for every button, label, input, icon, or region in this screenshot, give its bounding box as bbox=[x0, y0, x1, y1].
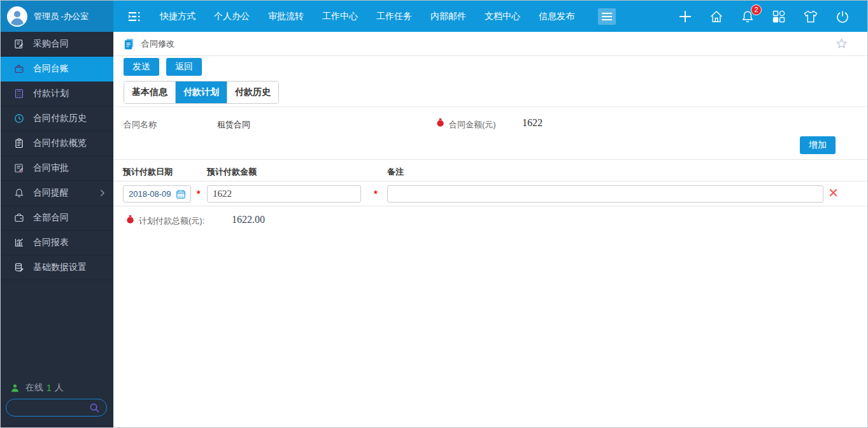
hamburger-icon bbox=[602, 13, 612, 20]
top-menu: 快捷方式 个人办公 审批流转 工作中心 工作任务 内部邮件 文档中心 信息发布 bbox=[160, 8, 616, 25]
column-header-remark: 备注 bbox=[387, 166, 404, 178]
tab-group: 基本信息 付款计划 付款历史 bbox=[124, 81, 279, 104]
payment-date-input[interactable] bbox=[129, 189, 173, 199]
more-menu-button[interactable] bbox=[598, 8, 616, 25]
sidebar-item-payment-history[interactable]: 合同付款历史 bbox=[1, 106, 113, 131]
payment-date-field bbox=[123, 185, 191, 203]
sidebar-search-input[interactable] bbox=[13, 403, 89, 413]
page-header: 合同修改 bbox=[113, 32, 867, 56]
sidebar-item-purchase-contract[interactable]: 采购合同 bbox=[1, 32, 113, 57]
top-menu-item-internal-mail[interactable]: 内部邮件 bbox=[430, 11, 466, 22]
topbar: 管理员 -办公室 快捷方式 个人办公 审批流转 工作中心 工作任务 bbox=[1, 1, 867, 32]
tabs-row: 基本信息 付款计划 付款历史 bbox=[113, 77, 867, 107]
chevron-right-icon bbox=[100, 189, 105, 197]
sidebar-item-label: 合同提醒 bbox=[33, 187, 69, 199]
money-bag-icon bbox=[125, 215, 135, 225]
contract-amount-label: 合同金额(元) bbox=[449, 119, 496, 131]
online-count: 1 bbox=[46, 383, 52, 393]
briefcase-icon bbox=[14, 213, 24, 223]
contract-amount-value: 1622 bbox=[522, 117, 543, 129]
required-asterisk: * bbox=[197, 189, 200, 199]
sidebar-collapse-icon[interactable] bbox=[126, 10, 143, 23]
sidebar-menu: 采购合同 合同台账 付款计划 合同付款历史 bbox=[1, 32, 113, 280]
total-label: 计划付款总额(元): bbox=[139, 215, 204, 227]
search-icon[interactable] bbox=[89, 403, 100, 413]
clipboard-icon bbox=[14, 138, 24, 148]
total-value: 1622.00 bbox=[232, 214, 265, 225]
contract-name-label: 合同名称 bbox=[124, 119, 157, 131]
tab-basic-info[interactable]: 基本信息 bbox=[124, 82, 176, 103]
sidebar-item-label: 全部合同 bbox=[33, 212, 69, 224]
theme-shirt-icon[interactable] bbox=[803, 10, 818, 24]
sidebar-item-label: 基础数据设置 bbox=[33, 262, 87, 273]
online-status: 在线 1 人 bbox=[10, 382, 64, 394]
payment-amount-input[interactable] bbox=[207, 185, 361, 203]
top-menu-item-info-publish[interactable]: 信息发布 bbox=[539, 11, 574, 22]
contract-summary: 合同名称 租赁合同 合同金额(元) 1622 增加 bbox=[113, 107, 867, 159]
notification-badge: 2 bbox=[751, 4, 762, 15]
contract-doc-icon bbox=[14, 39, 24, 49]
payment-remark-input[interactable] bbox=[387, 185, 823, 203]
calendar-icon[interactable] bbox=[176, 189, 186, 199]
plus-icon[interactable] bbox=[678, 10, 692, 24]
payment-table-header: 预计付款日期 预计付款金额 备注 bbox=[113, 159, 867, 182]
column-header-amount: 预计付款金额 bbox=[207, 166, 257, 178]
top-menu-item-personal-office[interactable]: 个人办公 bbox=[214, 11, 250, 22]
sidebar-item-all-contracts[interactable]: 全部合同 bbox=[1, 206, 113, 231]
top-menu-item-work-center[interactable]: 工作中心 bbox=[322, 11, 358, 22]
top-menu-item-shortcuts[interactable]: 快捷方式 bbox=[160, 11, 196, 22]
sidebar-item-label: 合同报表 bbox=[33, 237, 69, 248]
user-menu[interactable]: 管理员 -办公室 bbox=[1, 1, 113, 32]
send-button[interactable]: 发送 bbox=[124, 58, 159, 76]
topbar-icons: 2 bbox=[678, 10, 867, 24]
bar-chart-icon bbox=[14, 238, 24, 248]
app-window: 管理员 -办公室 快捷方式 个人办公 审批流转 工作中心 工作任务 bbox=[0, 0, 868, 428]
top-menu-item-work-tasks[interactable]: 工作任务 bbox=[376, 11, 412, 22]
back-button[interactable]: 返回 bbox=[166, 58, 202, 76]
sidebar-search-box bbox=[6, 399, 107, 417]
tab-payment-plan[interactable]: 付款计划 bbox=[176, 82, 227, 103]
reminder-bell-icon bbox=[14, 188, 24, 198]
power-logout-icon[interactable] bbox=[836, 10, 850, 24]
sidebar-item-contract-approval[interactable]: 合同审批 bbox=[1, 156, 113, 181]
notifications-bell-icon[interactable]: 2 bbox=[741, 10, 755, 24]
user-name: 管理员 -办公室 bbox=[34, 11, 89, 22]
main-content: 合同修改 发送 返回 基本信息 付款计划 付款历史 合同名称 租赁合同 合同金额… bbox=[113, 32, 867, 427]
document-icon bbox=[124, 38, 134, 50]
sidebar-item-payment-overview[interactable]: 合同付款概览 bbox=[1, 131, 113, 156]
sidebar-item-label: 合同付款概览 bbox=[33, 138, 87, 149]
sidebar-item-label: 付款计划 bbox=[33, 88, 69, 99]
payment-table-row: * * bbox=[113, 182, 867, 206]
required-asterisk: * bbox=[374, 189, 377, 199]
database-icon bbox=[14, 262, 24, 273]
sidebar-item-contract-reminder[interactable]: 合同提醒 bbox=[1, 181, 113, 206]
home-icon[interactable] bbox=[709, 10, 723, 24]
calculator-icon bbox=[14, 89, 24, 99]
top-menu-item-approval-flow[interactable]: 审批流转 bbox=[268, 11, 304, 22]
top-menu-item-document-center[interactable]: 文档中心 bbox=[485, 11, 520, 22]
approval-doc-icon bbox=[14, 163, 24, 173]
sidebar-item-contract-ledger[interactable]: 合同台账 bbox=[1, 57, 113, 82]
sidebar-item-label: 采购合同 bbox=[33, 38, 69, 50]
wallet-icon bbox=[14, 64, 24, 74]
page-title: 合同修改 bbox=[141, 38, 174, 50]
favorite-star-icon[interactable] bbox=[836, 38, 848, 50]
sidebar: 采购合同 合同台账 付款计划 合同付款历史 bbox=[1, 32, 113, 427]
delete-row-icon[interactable] bbox=[828, 187, 839, 198]
sidebar-item-payment-plan[interactable]: 付款计划 bbox=[1, 82, 113, 106]
money-bag-icon bbox=[436, 118, 445, 128]
apps-grid-icon[interactable] bbox=[772, 10, 786, 24]
tab-payment-history[interactable]: 付款历史 bbox=[227, 82, 278, 103]
toolbar: 发送 返回 bbox=[113, 56, 867, 77]
sidebar-item-label: 合同审批 bbox=[33, 162, 69, 174]
column-header-date: 预计付款日期 bbox=[123, 166, 173, 178]
add-row-button[interactable]: 增加 bbox=[800, 136, 836, 154]
sidebar-item-label: 合同台账 bbox=[33, 63, 69, 75]
online-label-suffix: 人 bbox=[55, 382, 64, 394]
sidebar-item-contract-report[interactable]: 合同报表 bbox=[1, 231, 113, 255]
sidebar-item-base-data-settings[interactable]: 基础数据设置 bbox=[1, 255, 113, 280]
contract-name-value: 租赁合同 bbox=[217, 119, 250, 131]
avatar bbox=[7, 6, 27, 27]
total-row: 计划付款总额(元): 1622.00 bbox=[113, 206, 867, 232]
online-user-icon bbox=[10, 383, 20, 393]
